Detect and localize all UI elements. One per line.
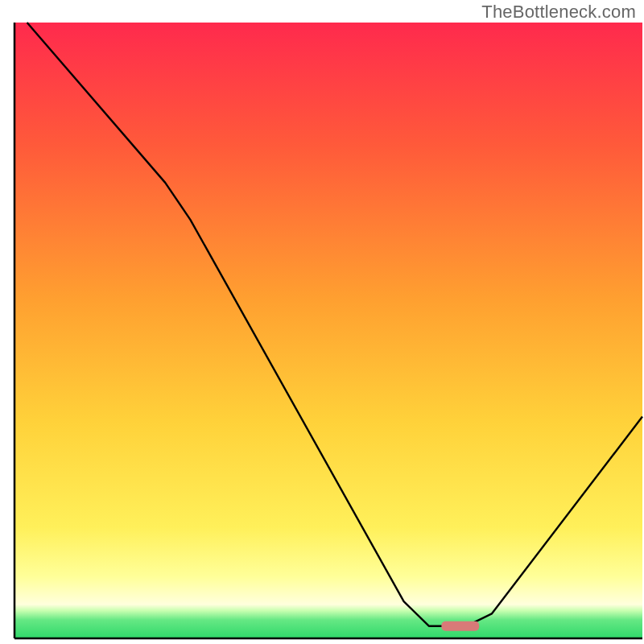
chart-container: TheBottleneck.com (0, 0, 644, 644)
watermark-text: TheBottleneck.com (481, 2, 636, 23)
plot-background (14, 23, 642, 638)
bottleneck-chart (0, 0, 644, 644)
optimal-marker (441, 621, 479, 631)
